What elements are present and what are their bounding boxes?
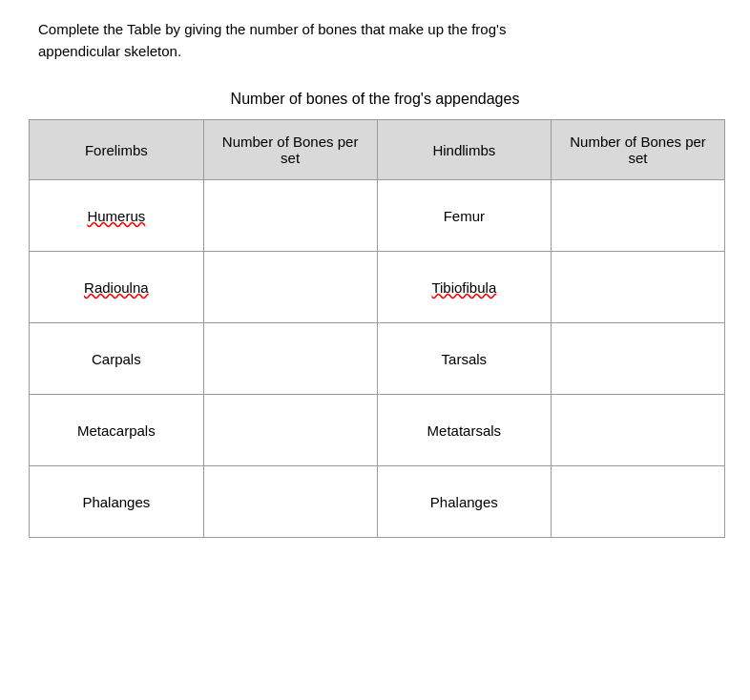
forelimb-bones-count[interactable]: [203, 323, 377, 395]
table-row: CarpalsTarsals: [30, 323, 725, 395]
hindlimb-bones-count[interactable]: [552, 323, 725, 395]
hindlimb-name: Femur: [377, 180, 552, 252]
forelimb-name: Humerus: [30, 180, 204, 252]
hindlimb-bones-count[interactable]: [552, 180, 725, 252]
table-row: PhalangesPhalanges: [30, 466, 725, 538]
forelimb-bones-count[interactable]: [203, 180, 377, 252]
forelimb-bones-count[interactable]: [203, 395, 377, 466]
hindlimb-bones-count[interactable]: [552, 252, 725, 323]
forelimb-name: Radioulna: [30, 252, 204, 323]
table-title: Number of bones of the frog's appendages: [29, 91, 721, 108]
hindlimb-name: Tarsals: [377, 323, 552, 395]
hindlimb-bones-count[interactable]: [552, 466, 725, 538]
header-hindlimbs: Hindlimbs: [377, 120, 552, 180]
table-row: RadioulnaTibiofibula: [30, 252, 725, 323]
hindlimb-bones-count[interactable]: [552, 395, 725, 466]
header-forelimbs: Forelimbs: [30, 120, 204, 180]
forelimb-name: Metacarpals: [30, 395, 204, 466]
hindlimb-name: Phalanges: [377, 466, 552, 538]
table-row: HumerusFemur: [30, 180, 725, 252]
hindlimb-name: Metatarsals: [377, 395, 552, 466]
forelimb-name: Phalanges: [30, 466, 204, 538]
intro-line2: appendicular skeleton.: [38, 43, 181, 59]
header-bones-per-set-2: Number of Bones per set: [552, 120, 725, 180]
intro-paragraph: Complete the Table by giving the number …: [29, 19, 721, 62]
forelimb-name: Carpals: [30, 323, 204, 395]
hindlimb-name: Tibiofibula: [377, 252, 552, 323]
table-row: MetacarpalsMetatarsals: [30, 395, 725, 466]
forelimb-bones-count[interactable]: [203, 466, 377, 538]
forelimb-bones-count[interactable]: [203, 252, 377, 323]
intro-line1: Complete the Table by giving the number …: [38, 21, 506, 37]
bones-table: Forelimbs Number of Bones per set Hindli…: [29, 119, 725, 538]
header-bones-per-set-1: Number of Bones per set: [203, 120, 377, 180]
